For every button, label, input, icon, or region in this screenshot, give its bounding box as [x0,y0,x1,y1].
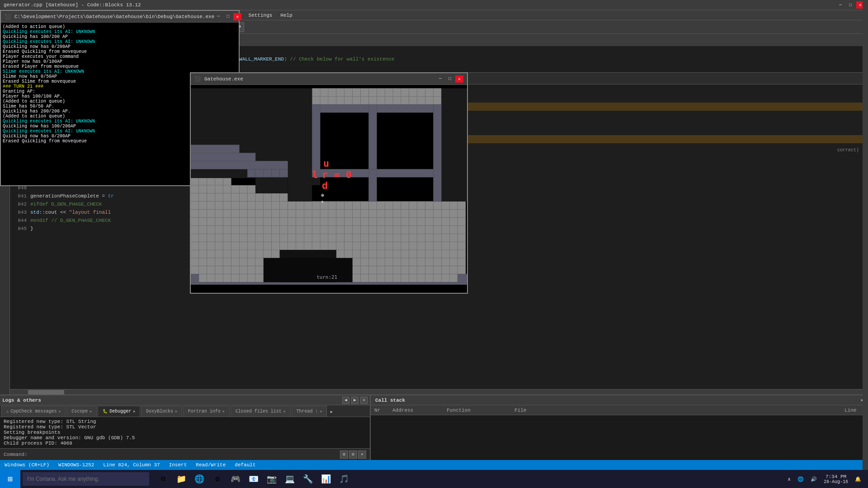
menu-settings[interactable]: Settings [245,12,276,19]
cmd-btn-3[interactable]: ✕ [358,450,366,459]
logs-tab-cscope[interactable]: Cscope ✕ [66,406,97,417]
svg-rect-1 [312,88,320,96]
logs-tab-fortran[interactable]: Fortran info ✕ [183,406,230,417]
logs-command-bar: Command: ⊡ ⊡ ✕ [0,448,370,460]
logs-tab-cppcheck-close[interactable]: ✕ [58,409,61,413]
svg-rect-405 [288,104,312,202]
svg-rect-39 [199,177,207,185]
svg-rect-250 [328,242,336,250]
ide-title-bar: generator.cpp [Gatehouse] - Code::Blocks… [0,0,868,10]
editor-scrollbar-h[interactable] [10,389,863,394]
svg-rect-204 [231,234,239,242]
logs-scrollbar-v[interactable] [863,0,868,470]
taskbar-task-view[interactable]: ⧉ [156,472,170,486]
taskbar-search[interactable] [23,472,149,486]
console-minimize-btn[interactable]: ─ [214,13,222,20]
logs-nav-right[interactable]: ▶ [351,397,359,404]
taskbar-start-button[interactable]: ⊞ [0,470,20,488]
svg-rect-186 [361,225,369,234]
command-input[interactable] [31,452,336,457]
svg-rect-19 [328,96,336,104]
logs-tab-doxyblocks[interactable]: DoxyBlocks ✕ [141,406,182,417]
menu-help[interactable]: Help [277,12,296,19]
console-maximize-btn[interactable]: □ [224,13,232,20]
logs-tabs: ⚠ CppCheck messages ✕ Cscope ✕ 🐛 Debugge… [0,405,370,417]
svg-rect-69 [239,202,247,210]
console-line-4: Quickling executes its AI: UNKNOWN [3,39,237,44]
svg-rect-138 [247,218,255,226]
svg-rect-97 [191,210,199,218]
logs-tab-debugger[interactable]: 🐛 Debugger ✕ [98,406,140,417]
minimize-button[interactable]: ─ [836,1,844,9]
logs-tab-doxyblocks-close[interactable]: ✕ [175,409,177,413]
line-num-844: 844 [10,218,30,223]
taskbar-app7[interactable]: 🎵 [337,472,351,486]
game-maximize-btn[interactable]: □ [446,75,454,83]
logs-tab-closedfiles-close[interactable]: ✕ [283,409,286,413]
svg-rect-266 [458,242,466,250]
logs-tab-cppcheck[interactable]: ⚠ CppCheck messages ✕ [1,406,66,417]
svg-rect-218 [344,234,353,242]
svg-rect-357 [368,266,377,274]
svg-rect-7 [361,88,369,96]
taskbar-explorer[interactable]: 📁 [174,472,189,486]
logs-tab-fortran-close[interactable]: ✕ [222,409,225,413]
console-close-btn[interactable]: ✕ [233,13,241,20]
svg-rect-253 [353,242,361,250]
svg-rect-124 [409,210,417,218]
logs-nav-left[interactable]: ◀ [342,397,349,404]
callstack-title-text: Call stack [375,398,405,403]
svg-rect-228 [425,234,434,242]
game-close-btn[interactable]: ✕ [455,75,463,83]
scrollbar-thumb-h[interactable] [28,390,64,394]
svg-rect-110 [296,210,304,218]
taskbar-app2[interactable]: 📧 [246,472,261,486]
callstack-col-address: Address [389,408,443,413]
svg-rect-130 [458,210,466,218]
logs-tab-thread-close[interactable]: ✕ [320,409,322,413]
logs-tab-thread[interactable]: Thread : ✕ [292,406,327,417]
svg-rect-90 [409,202,417,210]
svg-rect-107 [272,210,280,218]
taskbar-app6[interactable]: 📊 [319,472,333,486]
svg-rect-358 [377,266,385,274]
svg-rect-242 [264,242,272,250]
svg-rect-10 [385,88,393,96]
logs-tab-cscope-close[interactable]: ✕ [90,409,92,413]
svg-rect-274 [247,250,255,258]
svg-rect-16 [433,88,441,96]
taskbar-network[interactable]: 🌐 [797,476,804,482]
svg-rect-397 [417,274,425,282]
taskbar-app4[interactable]: 💻 [283,472,297,486]
cmd-btn-1[interactable]: ⊡ [340,450,348,459]
svg-rect-168 [215,225,223,234]
svg-rect-167 [207,225,215,234]
taskbar-tray-icons: ∧ [788,476,791,482]
taskbar: ⊞ ⧉ 📁 🌐 ⚙ 🎮 📧 📷 💻 🔧 📊 🎵 ∧ 🌐 🔊 7:34 PM 28… [0,470,868,488]
svg-rect-355 [353,266,361,274]
logs-tab-debugger-close[interactable]: ✕ [133,409,135,413]
logs-tabs-more[interactable]: ▶ [328,407,335,417]
taskbar-app5[interactable]: 🔧 [301,472,315,486]
taskbar-chrome[interactable]: ⚙ [210,472,225,486]
svg-rect-82 [344,202,353,210]
taskbar-notification[interactable]: 🔔 [855,476,861,482]
player-cursor: + [321,199,324,204]
game-minimize-btn[interactable]: ─ [436,75,444,83]
logs-close[interactable]: ✕ [360,397,368,404]
callstack-col-file: File [511,408,841,413]
svg-rect-241 [255,242,264,250]
taskbar-app1[interactable]: 🎮 [228,472,243,486]
svg-rect-157 [401,218,409,226]
maximize-button[interactable]: □ [846,1,854,9]
console-line-1: (Added to action queue) [3,24,237,29]
taskbar-app3[interactable]: 📷 [264,472,279,486]
taskbar-clock: 7:34 PM 28-Aug-16 [824,474,848,484]
svg-rect-156 [393,218,401,226]
taskbar-volume[interactable]: 🔊 [811,476,817,482]
code-text-842: #ifdef D_GEN_PHASE_CHECK [30,202,102,207]
taskbar-edge[interactable]: 🌐 [192,472,207,486]
svg-rect-295 [417,250,425,258]
logs-tab-closedfiles[interactable]: Closed files list ✕ [231,406,291,417]
cmd-btn-2[interactable]: ⊡ [349,450,357,459]
